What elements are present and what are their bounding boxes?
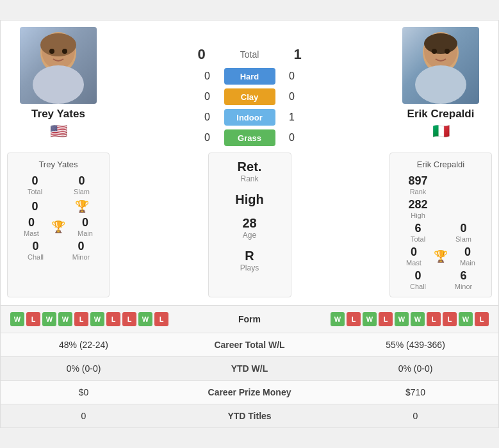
left-mast-l: Mast (14, 229, 49, 237)
clay-left: 0 (200, 91, 215, 103)
left-main-v: 0 (68, 216, 102, 229)
center-high: High (235, 192, 263, 207)
grass-right: 0 (284, 132, 300, 144)
left-trophy-icon-cell: 🏆 (61, 199, 102, 213)
ytd-wl-row: 0% (0-0) YTD W/L 0% (0-0) (1, 357, 498, 381)
center-high-value: High (235, 192, 263, 207)
left-trophy: 🏆 (51, 220, 65, 234)
left-pill-9: W (138, 312, 152, 326)
right-mast-v: 0 (397, 245, 431, 259)
left-total-value: 0 (14, 174, 56, 188)
right-high-stat: 282 High (397, 198, 439, 219)
right-slam-l: Slam (442, 235, 485, 243)
left-player: Trey Yates 🇺🇸 (7, 27, 110, 140)
left-player-flag: 🇺🇸 (50, 123, 67, 140)
right-pill-9: W (459, 312, 473, 326)
right-chall-v: 0 (397, 269, 439, 283)
left-minor-v: 0 (60, 240, 102, 253)
left-mast-stat: 0 Mast (14, 216, 49, 237)
left-player-photo (20, 27, 97, 104)
center-plays-label: Plays (240, 263, 259, 272)
center-age-label: Age (242, 231, 256, 240)
svg-rect-13 (421, 71, 460, 83)
center-rank: Ret. Rank (238, 160, 262, 183)
left-total-cell: 0 Total (14, 174, 56, 195)
center-stats-card: Ret. Rank High 28 Age R Plays (208, 153, 291, 297)
left-player-name: Trey Yates (31, 108, 85, 120)
right-trophy-icon: 🏆 (434, 249, 448, 263)
right-pill-2: L (347, 312, 361, 326)
svg-point-9 (424, 33, 457, 54)
surface-rows: 0 Hard 0 0 Clay 0 0 Indoor 1 (200, 68, 300, 146)
right-stats-player-label: Erik Crepaldi (397, 160, 485, 169)
left-main-stat: 0 Main (68, 216, 102, 237)
left-career-wl: 48% (22-24) (1, 333, 167, 357)
prize-label: Career Prize Money (167, 381, 332, 404)
right-pill-5: W (395, 312, 409, 326)
svg-point-2 (40, 33, 76, 56)
left-pill-3: W (42, 312, 56, 326)
right-prize: $710 (332, 381, 498, 404)
left-prize: $0 (1, 381, 167, 404)
right-rank-v: 897 (397, 174, 439, 188)
right-minor-l: Minor (442, 283, 485, 290)
left-form-pills: W L W W L W L L W L (10, 312, 168, 326)
ytd-wl-label: YTD W/L (167, 357, 332, 381)
left-mast-value: 0 (31, 200, 38, 213)
right-pill-8: L (443, 312, 457, 326)
total-label: Total (224, 49, 275, 60)
right-main-l: Main (450, 259, 485, 267)
left-main-l: Main (68, 229, 102, 237)
left-pill-4: W (58, 312, 72, 326)
stats-cards-row: Trey Yates 0 Total 0 Slam 0 🏆 (1, 153, 498, 297)
right-player-photo (402, 27, 479, 104)
match-container: Trey Yates 🇺🇸 0 Total 1 0 Hard 0 (0, 20, 499, 428)
right-pill-3: W (363, 312, 377, 326)
right-pill-10: L (475, 312, 489, 326)
left-pill-2: L (26, 312, 40, 326)
right-pill-1: W (331, 312, 345, 326)
left-mast-v: 0 (14, 216, 49, 229)
left-minor-stat: 0 Minor (60, 240, 102, 261)
left-pill-5: L (74, 312, 88, 326)
left-trophy-sym: 🏆 (51, 220, 65, 234)
left-titles: 0 (1, 404, 167, 428)
clay-right: 0 (284, 91, 300, 103)
left-pill-6: W (90, 312, 104, 326)
center-rank-label: Rank (238, 174, 262, 183)
left-pill-7: L (106, 312, 120, 326)
svg-point-4 (62, 49, 67, 54)
right-chall-l: Chall (397, 283, 439, 290)
right-player: Erik Crepaldi 🇮🇹 (389, 27, 492, 140)
center-plays-value: R (240, 249, 259, 263)
right-high-l: High (397, 212, 439, 219)
right-form-pills: W L W L W W L L W L (331, 312, 489, 326)
stats-table: 48% (22-24) Career Total W/L 55% (439-36… (1, 333, 498, 427)
surface-row-hard: 0 Hard 0 (200, 68, 300, 85)
left-slam-cell: 0 Slam (61, 174, 102, 195)
right-high-v: 282 (397, 198, 439, 212)
right-minor-v: 6 (442, 269, 485, 283)
form-section: W L W W L W L L W L Form W L W L W W L L (1, 305, 498, 333)
right-total-l: Total (397, 235, 439, 243)
indoor-badge: Indoor (224, 109, 275, 126)
indoor-left: 0 (200, 112, 215, 123)
right-stats-card: Erik Crepaldi 897 Rank 282 High (389, 153, 492, 297)
hard-right: 0 (284, 71, 300, 82)
right-ytd-wl: 0% (0-0) (332, 357, 498, 381)
right-total-v: 6 (397, 222, 439, 235)
left-mast-cell: 0 (14, 199, 56, 213)
right-main-stat: 0 Main (450, 245, 485, 267)
center-section: 0 Total 1 0 Hard 0 0 Clay 0 (110, 27, 389, 146)
left-ytd-wl: 0% (0-0) (1, 357, 167, 381)
players-row: Trey Yates 🇺🇸 0 Total 1 0 Hard 0 (1, 27, 498, 146)
right-pill-6: W (411, 312, 425, 326)
left-slam-value: 0 (61, 174, 102, 188)
right-minor-stat: 6 Minor (442, 269, 485, 290)
prize-row: $0 Career Prize Money $710 (1, 381, 498, 404)
left-pill-1: W (10, 312, 24, 326)
left-slam-label: Slam (61, 188, 102, 195)
right-mast-stat: 0 Mast (397, 245, 431, 267)
left-total-label: Total (14, 188, 56, 195)
titles-label: YTD Titles (167, 404, 332, 428)
